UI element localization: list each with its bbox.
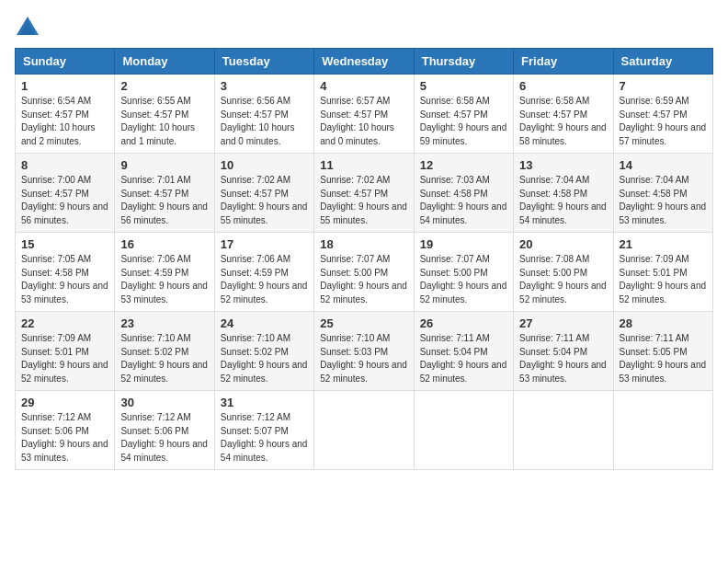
day-number: 3 xyxy=(221,79,308,93)
day-info: Sunrise: 6:59 AMSunset: 4:57 PMDaylight:… xyxy=(620,96,707,146)
calendar-cell: 24Sunrise: 7:10 AMSunset: 5:02 PMDayligh… xyxy=(214,312,313,391)
calendar-cell: 13Sunrise: 7:04 AMSunset: 4:58 PMDayligh… xyxy=(514,154,613,233)
day-info: Sunrise: 7:03 AMSunset: 4:58 PMDaylight:… xyxy=(420,175,507,225)
calendar-cell: 8Sunrise: 7:00 AMSunset: 4:57 PMDaylight… xyxy=(16,154,115,233)
calendar-body: 1Sunrise: 6:54 AMSunset: 4:57 PMDaylight… xyxy=(16,75,713,470)
day-info: Sunrise: 7:01 AMSunset: 4:57 PMDaylight:… xyxy=(120,175,208,225)
dow-header-thursday: Thursday xyxy=(414,49,513,75)
day-number: 31 xyxy=(221,396,308,409)
calendar-cell: 4Sunrise: 6:57 AMSunset: 4:57 PMDaylight… xyxy=(314,75,414,154)
dow-header-sunday: Sunday xyxy=(16,49,115,75)
logo xyxy=(15,15,44,40)
week-row-2: 8Sunrise: 7:00 AMSunset: 4:57 PMDaylight… xyxy=(16,154,713,233)
day-info: Sunrise: 7:08 AMSunset: 5:00 PMDaylight:… xyxy=(519,254,607,304)
day-info: Sunrise: 7:02 AMSunset: 4:57 PMDaylight:… xyxy=(320,175,407,225)
calendar-cell: 17Sunrise: 7:06 AMSunset: 4:59 PMDayligh… xyxy=(214,233,313,312)
day-info: Sunrise: 6:58 AMSunset: 4:57 PMDaylight:… xyxy=(519,96,607,146)
day-info: Sunrise: 7:11 AMSunset: 5:05 PMDaylight:… xyxy=(620,333,707,384)
calendar-cell: 21Sunrise: 7:09 AMSunset: 5:01 PMDayligh… xyxy=(613,233,712,312)
calendar-cell: 7Sunrise: 6:59 AMSunset: 4:57 PMDaylight… xyxy=(613,75,712,154)
day-number: 21 xyxy=(620,237,707,251)
day-number: 30 xyxy=(120,396,208,409)
day-number: 13 xyxy=(519,158,607,172)
dow-header-saturday: Saturday xyxy=(613,49,712,75)
calendar-cell: 1Sunrise: 6:54 AMSunset: 4:57 PMDaylight… xyxy=(16,75,115,154)
calendar-cell: 23Sunrise: 7:10 AMSunset: 5:02 PMDayligh… xyxy=(115,312,214,391)
calendar-cell: 30Sunrise: 7:12 AMSunset: 5:06 PMDayligh… xyxy=(115,391,214,470)
day-info: Sunrise: 7:12 AMSunset: 5:07 PMDaylight:… xyxy=(221,412,308,463)
day-info: Sunrise: 6:56 AMSunset: 4:57 PMDaylight:… xyxy=(221,96,295,146)
day-info: Sunrise: 7:10 AMSunset: 5:03 PMDaylight:… xyxy=(320,333,407,384)
day-number: 22 xyxy=(21,316,108,330)
day-info: Sunrise: 7:11 AMSunset: 5:04 PMDaylight:… xyxy=(420,333,507,384)
day-info: Sunrise: 7:05 AMSunset: 4:58 PMDaylight:… xyxy=(21,254,108,304)
calendar-cell: 16Sunrise: 7:06 AMSunset: 4:59 PMDayligh… xyxy=(115,233,214,312)
day-info: Sunrise: 7:09 AMSunset: 5:01 PMDaylight:… xyxy=(620,254,707,304)
calendar-cell: 25Sunrise: 7:10 AMSunset: 5:03 PMDayligh… xyxy=(314,312,414,391)
day-number: 19 xyxy=(420,237,507,251)
day-number: 17 xyxy=(221,237,308,251)
calendar-cell: 14Sunrise: 7:04 AMSunset: 4:58 PMDayligh… xyxy=(613,154,712,233)
day-number: 4 xyxy=(320,79,407,93)
calendar-cell: 26Sunrise: 7:11 AMSunset: 5:04 PMDayligh… xyxy=(414,312,513,391)
calendar-cell: 9Sunrise: 7:01 AMSunset: 4:57 PMDaylight… xyxy=(115,154,214,233)
day-info: Sunrise: 7:12 AMSunset: 5:06 PMDaylight:… xyxy=(120,412,208,463)
day-info: Sunrise: 7:11 AMSunset: 5:04 PMDaylight:… xyxy=(519,333,607,384)
day-number: 20 xyxy=(519,237,607,251)
day-number: 7 xyxy=(620,79,707,93)
week-row-1: 1Sunrise: 6:54 AMSunset: 4:57 PMDaylight… xyxy=(16,75,713,154)
day-info: Sunrise: 7:02 AMSunset: 4:57 PMDaylight:… xyxy=(221,175,308,225)
day-of-week-header-row: SundayMondayTuesdayWednesdayThursdayFrid… xyxy=(16,49,713,75)
calendar-cell: 15Sunrise: 7:05 AMSunset: 4:58 PMDayligh… xyxy=(16,233,115,312)
calendar-cell xyxy=(514,391,613,470)
calendar-cell: 6Sunrise: 6:58 AMSunset: 4:57 PMDaylight… xyxy=(514,75,613,154)
calendar-cell: 31Sunrise: 7:12 AMSunset: 5:07 PMDayligh… xyxy=(214,391,313,470)
calendar-cell: 19Sunrise: 7:07 AMSunset: 5:00 PMDayligh… xyxy=(414,233,513,312)
day-number: 1 xyxy=(21,79,108,93)
day-info: Sunrise: 7:07 AMSunset: 5:00 PMDaylight:… xyxy=(320,254,407,304)
day-number: 15 xyxy=(21,237,108,251)
day-info: Sunrise: 7:04 AMSunset: 4:58 PMDaylight:… xyxy=(519,175,607,225)
day-number: 16 xyxy=(120,237,208,251)
day-number: 29 xyxy=(21,396,108,409)
day-info: Sunrise: 6:55 AMSunset: 4:57 PMDaylight:… xyxy=(120,96,195,146)
calendar-table: SundayMondayTuesdayWednesdayThursdayFrid… xyxy=(15,48,713,470)
day-info: Sunrise: 7:06 AMSunset: 4:59 PMDaylight:… xyxy=(120,254,208,304)
calendar-cell: 12Sunrise: 7:03 AMSunset: 4:58 PMDayligh… xyxy=(414,154,513,233)
day-info: Sunrise: 7:07 AMSunset: 5:00 PMDaylight:… xyxy=(420,254,507,304)
logo-icon xyxy=(15,15,40,40)
calendar-cell: 22Sunrise: 7:09 AMSunset: 5:01 PMDayligh… xyxy=(16,312,115,391)
day-number: 10 xyxy=(221,158,308,172)
calendar-cell xyxy=(314,391,414,470)
day-info: Sunrise: 7:04 AMSunset: 4:58 PMDaylight:… xyxy=(620,175,707,225)
calendar-cell: 2Sunrise: 6:55 AMSunset: 4:57 PMDaylight… xyxy=(115,75,214,154)
calendar-cell: 27Sunrise: 7:11 AMSunset: 5:04 PMDayligh… xyxy=(514,312,613,391)
day-info: Sunrise: 6:54 AMSunset: 4:57 PMDaylight:… xyxy=(21,96,96,146)
calendar-cell: 18Sunrise: 7:07 AMSunset: 5:00 PMDayligh… xyxy=(314,233,414,312)
day-number: 2 xyxy=(120,79,208,93)
day-number: 9 xyxy=(120,158,208,172)
calendar-cell: 10Sunrise: 7:02 AMSunset: 4:57 PMDayligh… xyxy=(214,154,313,233)
day-number: 27 xyxy=(519,316,607,330)
day-number: 28 xyxy=(620,316,707,330)
dow-header-friday: Friday xyxy=(514,49,613,75)
day-number: 8 xyxy=(21,158,108,172)
dow-header-monday: Monday xyxy=(115,49,214,75)
day-number: 12 xyxy=(420,158,507,172)
dow-header-wednesday: Wednesday xyxy=(314,49,414,75)
dow-header-tuesday: Tuesday xyxy=(214,49,313,75)
day-number: 18 xyxy=(320,237,407,251)
calendar-cell xyxy=(414,391,513,470)
calendar-cell: 28Sunrise: 7:11 AMSunset: 5:05 PMDayligh… xyxy=(613,312,712,391)
day-info: Sunrise: 7:12 AMSunset: 5:06 PMDaylight:… xyxy=(21,412,108,463)
week-row-3: 15Sunrise: 7:05 AMSunset: 4:58 PMDayligh… xyxy=(16,233,713,312)
day-info: Sunrise: 6:57 AMSunset: 4:57 PMDaylight:… xyxy=(320,96,394,146)
week-row-4: 22Sunrise: 7:09 AMSunset: 5:01 PMDayligh… xyxy=(16,312,713,391)
day-number: 26 xyxy=(420,316,507,330)
calendar-cell: 5Sunrise: 6:58 AMSunset: 4:57 PMDaylight… xyxy=(414,75,513,154)
calendar-cell xyxy=(613,391,712,470)
day-info: Sunrise: 7:09 AMSunset: 5:01 PMDaylight:… xyxy=(21,333,108,384)
week-row-5: 29Sunrise: 7:12 AMSunset: 5:06 PMDayligh… xyxy=(16,391,713,470)
day-info: Sunrise: 7:10 AMSunset: 5:02 PMDaylight:… xyxy=(120,333,208,384)
day-info: Sunrise: 7:06 AMSunset: 4:59 PMDaylight:… xyxy=(221,254,308,304)
